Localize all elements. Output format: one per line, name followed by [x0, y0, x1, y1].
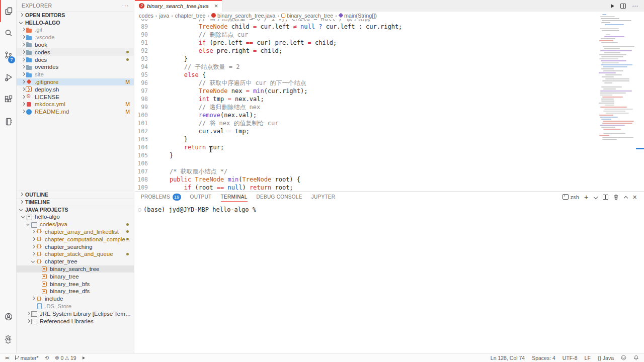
breadcrumb-item[interactable]: chapter_tree	[175, 13, 206, 19]
search-activity-icon[interactable]	[0, 22, 17, 44]
breadcrumb-item[interactable]: codes	[139, 13, 153, 19]
panel-tab-problems[interactable]: PROBLEMS19	[141, 192, 181, 202]
panel-tab-jupyter[interactable]: JUPYTER	[311, 192, 336, 202]
breadcrumb-item[interactable]: binary_search_tree.java	[211, 13, 275, 19]
tree-item-.git[interactable]: .git	[17, 26, 134, 34]
chevron-right-icon[interactable]	[21, 64, 26, 69]
split-terminal-icon[interactable]	[603, 195, 608, 200]
terminal[interactable]: (base) jyd@JYD-MBP hello-algo %	[135, 202, 644, 213]
sync-button[interactable]: ⟲	[45, 355, 49, 360]
chevron-right-icon[interactable]	[21, 27, 26, 32]
chevron-down-icon[interactable]	[31, 259, 36, 264]
chevron-right-icon[interactable]	[21, 57, 26, 62]
notebook-activity-icon[interactable]	[0, 111, 17, 133]
extensions-activity-icon[interactable]	[0, 88, 17, 111]
tree-item-jresystemlibraryeclipsetemurin1717...[interactable]: JRE System Library [Eclipse Temurin 17 […	[17, 310, 134, 317]
tree-item-docs[interactable]: docs	[17, 56, 134, 63]
overview-ruler[interactable]	[636, 0, 644, 191]
tree-item-binary_tree_dfs[interactable]: binary_tree_dfs	[17, 288, 134, 295]
feedback-icon[interactable]	[621, 355, 626, 360]
chevron-right-icon[interactable]	[26, 319, 31, 324]
tree-item-chapter_computational_complexity[interactable]: chapter_computational_complexity	[17, 235, 134, 243]
close-icon[interactable]: ×	[214, 2, 218, 10]
tree-item-binary_tree_bfs[interactable]: binary_tree_bfs	[17, 280, 134, 288]
chevron-right-icon[interactable]	[21, 102, 26, 107]
tree-item-.gitignore[interactable]: .gitignoreM	[17, 78, 134, 86]
section-root-folder[interactable]: HELLO-ALGO	[17, 19, 134, 26]
account-icon[interactable]	[0, 306, 17, 328]
chevron-right-icon[interactable]	[31, 296, 36, 301]
eol[interactable]: LF	[585, 355, 591, 361]
run-button[interactable]	[611, 3, 614, 10]
more-actions-icon[interactable]: ···	[122, 3, 129, 9]
minimap[interactable]	[599, 14, 636, 140]
tree-item-hello-algo[interactable]: hello-algo	[17, 213, 134, 221]
chevron-right-icon[interactable]	[31, 237, 36, 242]
tree-item-readme.md[interactable]: README.mdM	[17, 108, 134, 116]
problems-item[interactable]: ⊗ 0 △ 19	[55, 355, 76, 361]
remote-indicator[interactable]: ><	[5, 355, 9, 360]
tree-item-binary_search_tree[interactable]: binary_search_tree	[17, 265, 134, 273]
tree-item-overrides[interactable]: overrides	[17, 63, 134, 71]
panel-tab-terminal[interactable]: TERMINAL	[221, 192, 248, 202]
chevron-right-icon[interactable]	[21, 35, 26, 40]
chevron-right-icon[interactable]	[31, 251, 36, 256]
terminal-dropdown-icon[interactable]	[594, 195, 598, 199]
tree-item-mkdocs.yml[interactable]: mkdocs.ymlM	[17, 101, 134, 108]
split-editor-icon[interactable]	[620, 4, 626, 9]
chevron-right-icon[interactable]	[21, 87, 26, 92]
breadcrumb-item[interactable]: main(String[])	[339, 13, 377, 19]
chevron-down-icon[interactable]	[21, 214, 26, 219]
notifications-bell-icon[interactable]	[633, 355, 639, 360]
section-timeline[interactable]: TIMELINE	[17, 198, 134, 206]
tree-item-codesjava[interactable]: codes/java	[17, 221, 134, 228]
source-control-activity-icon[interactable]: 7	[0, 44, 17, 66]
panel-tab-output[interactable]: OUTPUT	[190, 192, 212, 202]
panel-tab-debug-console[interactable]: DEBUG CONSOLE	[257, 192, 302, 202]
chevron-right-icon[interactable]	[21, 79, 26, 84]
new-terminal-button[interactable]: +	[584, 193, 588, 201]
chevron-right-icon[interactable]	[31, 244, 36, 249]
tree-item-.vscode[interactable]: .vscode	[17, 34, 134, 41]
breadcrumb-item[interactable]: java	[159, 13, 169, 19]
trash-icon[interactable]	[613, 194, 619, 200]
tree-item-.ds_store[interactable]: .DS_Store	[17, 303, 134, 310]
maximize-panel-icon[interactable]	[624, 195, 628, 199]
encoding[interactable]: UTF-8	[562, 355, 578, 361]
section-java-projects[interactable]: JAVA PROJECTS	[17, 206, 134, 213]
tree-item-binary_tree[interactable]: binary_tree	[17, 273, 134, 280]
tree-item-chapter_tree[interactable]: chapter_tree	[17, 258, 134, 265]
chevron-right-icon[interactable]	[31, 229, 36, 234]
chevron-right-icon[interactable]	[21, 95, 26, 100]
run-debug-activity-icon[interactable]	[0, 66, 17, 88]
cursor-position[interactable]: Ln 128, Col 74	[491, 355, 525, 361]
chevron-right-icon[interactable]	[26, 311, 31, 316]
settings-icon[interactable]	[0, 328, 17, 350]
tree-item-license[interactable]: LICENSE	[17, 93, 134, 101]
language-mode[interactable]: {} Java	[598, 355, 614, 361]
indentation[interactable]: Spaces: 4	[532, 355, 555, 361]
tree-item-include[interactable]: include	[17, 295, 134, 303]
tree-item-deploy.sh[interactable]: deploy.sh	[17, 85, 134, 93]
section-outline[interactable]: OUTLINE	[17, 191, 134, 198]
chevron-right-icon[interactable]	[21, 50, 26, 55]
chevron-right-icon[interactable]	[21, 109, 26, 114]
tree-item-codes[interactable]: codes	[17, 48, 134, 56]
tree-item-chapter_array_and_linkedlist[interactable]: chapter_array_and_linkedlist	[17, 228, 134, 236]
tree-item-book[interactable]: book	[17, 41, 134, 49]
tree-item-site[interactable]: site	[17, 71, 134, 78]
chevron-down-icon[interactable]	[26, 222, 31, 227]
tree-item-chapter_searching[interactable]: chapter_searching	[17, 243, 134, 250]
explorer-activity-icon[interactable]	[0, 0, 17, 22]
breadcrumb-item[interactable]: binary_search_tree	[281, 13, 333, 19]
code-editor[interactable]: 88 // 当子结点数量 = 0 / 1 时, child = null / 该…	[135, 19, 599, 191]
run-status-icon[interactable]	[83, 356, 85, 359]
chevron-right-icon[interactable]	[21, 72, 26, 77]
git-branch-item[interactable]: master*	[15, 355, 39, 361]
tab-binary-search-tree[interactable]: binary_search_tree.java ×	[135, 0, 222, 12]
tree-item-chapter_stack_and_queue[interactable]: chapter_stack_and_queue	[17, 250, 134, 258]
section-open-editors[interactable]: OPEN EDITORS	[17, 11, 134, 19]
close-panel-icon[interactable]: ×	[633, 193, 637, 201]
tree-item-referencedlibraries[interactable]: Referenced Libraries	[17, 317, 134, 325]
shell-label[interactable]: zsh	[571, 194, 579, 200]
